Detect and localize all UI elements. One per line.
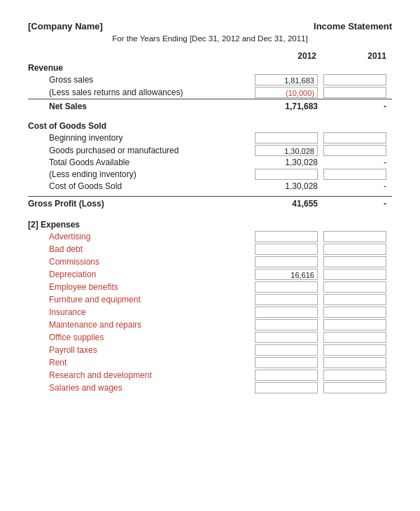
expense-furniture: Furniture and equipment bbox=[28, 293, 392, 306]
total-goods-row: Total Goods Available 1,30,028 - bbox=[28, 157, 392, 168]
payroll-taxes-label: Payroll taxes bbox=[28, 344, 253, 356]
office-supplies-label: Office supplies bbox=[28, 331, 253, 344]
total-goods-2012: 1,30,028 bbox=[253, 157, 323, 168]
expense-employee-benefits: Employee benefits bbox=[28, 281, 392, 293]
maintenance-label: Maintenance and repairs bbox=[28, 318, 253, 331]
cogs-value-row: Cost of Goods Sold 1,30,028 - bbox=[28, 181, 392, 192]
header-right: Income Statement bbox=[314, 21, 392, 31]
gross-profit-2012: 41,655 bbox=[253, 196, 323, 209]
company-name: [Company Name] bbox=[28, 21, 103, 31]
advertising-label: Advertising bbox=[28, 230, 253, 243]
expense-payroll-taxes: Payroll taxes bbox=[28, 344, 392, 356]
cogs-label: Cost of Goods Sold bbox=[28, 120, 253, 132]
revenue-section: Revenue Gross sales 1,81,683 (Less sales… bbox=[28, 62, 392, 112]
rent-label: Rent bbox=[28, 356, 253, 369]
cogs-section: Cost of Goods Sold Beginning inventory G… bbox=[28, 120, 392, 209]
expense-rent: Rent bbox=[28, 356, 392, 369]
salaries-label: Salaries and wages bbox=[28, 382, 253, 394]
beginning-inventory-label: Beginning inventory bbox=[28, 132, 253, 144]
expenses-title-row: [2] Expenses bbox=[28, 219, 392, 230]
less-ending-row: (Less ending inventory) bbox=[28, 168, 392, 181]
expense-insurance: Insurance bbox=[28, 306, 392, 318]
revenue-title-row: Revenue bbox=[28, 62, 392, 74]
less-sales-row: (Less sales returns and allowances) (10,… bbox=[28, 86, 392, 99]
revenue-label: Revenue bbox=[28, 62, 253, 74]
gross-sales-label: Gross sales bbox=[28, 74, 253, 86]
cogs-value-label: Cost of Goods Sold bbox=[28, 181, 253, 192]
beginning-inventory-row: Beginning inventory bbox=[28, 132, 392, 144]
net-sales-label: Net Sales bbox=[28, 99, 253, 113]
expense-maintenance: Maintenance and repairs bbox=[28, 318, 392, 331]
statement-subtitle: For the Years Ending [Dec 31, 2012 and D… bbox=[28, 34, 392, 43]
expenses-section: [2] Expenses Advertising Bad debt Commis… bbox=[28, 219, 392, 394]
goods-purchased-row: Goods purchased or manufactured 1,30,028 bbox=[28, 144, 392, 157]
gross-profit-label: Gross Profit (Loss) bbox=[28, 196, 253, 209]
net-sales-2011: - bbox=[323, 99, 392, 113]
less-ending-label: (Less ending inventory) bbox=[28, 168, 253, 181]
commissions-label: Commissions bbox=[28, 255, 253, 268]
expense-research: Research and development bbox=[28, 369, 392, 382]
gross-sales-2011 bbox=[323, 74, 392, 86]
expense-salaries: Salaries and wages bbox=[28, 382, 392, 394]
gross-sales-row: Gross sales 1,81,683 bbox=[28, 74, 392, 86]
statement-title: Income Statement bbox=[314, 21, 392, 31]
total-goods-label: Total Goods Available bbox=[28, 157, 253, 168]
cogs-title-row: Cost of Goods Sold bbox=[28, 120, 392, 132]
expense-commissions: Commissions bbox=[28, 255, 392, 268]
gross-sales-2012: 1,81,683 bbox=[253, 74, 323, 86]
year-2011-header: 2011 bbox=[322, 51, 392, 61]
insurance-label: Insurance bbox=[28, 306, 253, 318]
year-headers: 2012 2011 bbox=[28, 51, 392, 61]
goods-purchased-label: Goods purchased or manufactured bbox=[28, 144, 253, 157]
expenses-label: [2] Expenses bbox=[28, 219, 253, 230]
expense-office-supplies: Office supplies bbox=[28, 331, 392, 344]
depreciation-label: Depreciation bbox=[28, 268, 253, 281]
less-sales-label: (Less sales returns and allowances) bbox=[28, 86, 253, 99]
furniture-label: Furniture and equipment bbox=[28, 293, 253, 306]
document-container: [Company Name] Income Statement For the … bbox=[28, 21, 392, 394]
net-sales-row: Net Sales 1,71,683 - bbox=[28, 99, 392, 113]
less-sales-2012: (10,000) bbox=[253, 86, 323, 99]
cogs-2011: - bbox=[323, 181, 392, 192]
gross-profit-2011: - bbox=[323, 196, 392, 209]
expense-advertising: Advertising bbox=[28, 230, 392, 243]
employee-benefits-label: Employee benefits bbox=[28, 281, 253, 293]
gross-profit-row: Gross Profit (Loss) 41,655 - bbox=[28, 196, 392, 209]
year-2012-header: 2012 bbox=[252, 51, 322, 61]
header-row: [Company Name] Income Statement bbox=[28, 21, 392, 31]
cogs-2012: 1,30,028 bbox=[253, 181, 323, 192]
bad-debt-label: Bad debt bbox=[28, 243, 253, 255]
research-label: Research and development bbox=[28, 369, 253, 382]
net-sales-2012: 1,71,683 bbox=[253, 99, 323, 113]
expense-bad-debt: Bad debt bbox=[28, 243, 392, 255]
expense-depreciation: Depreciation 16,616 bbox=[28, 268, 392, 281]
total-goods-2011: - bbox=[323, 157, 392, 168]
